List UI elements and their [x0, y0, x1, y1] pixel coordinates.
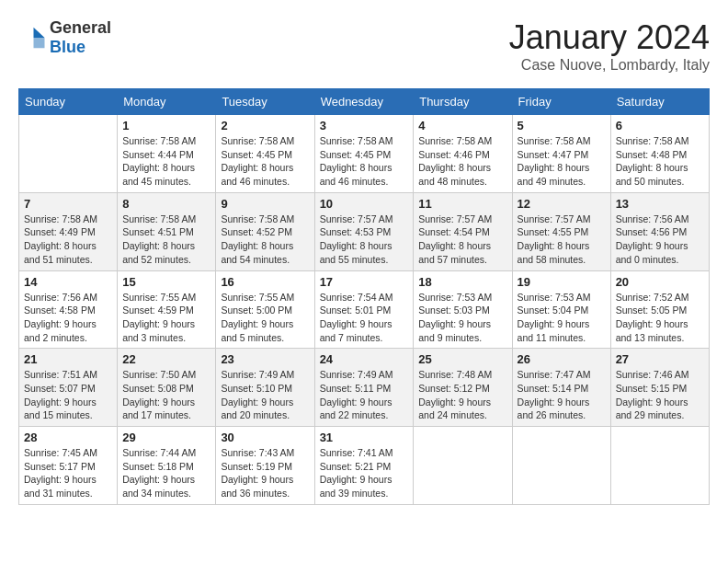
- day-number: 2: [221, 119, 309, 132]
- calendar-cell: [512, 427, 610, 505]
- day-number: 3: [320, 119, 409, 132]
- calendar-cell: [610, 427, 709, 505]
- calendar-cell: 1Sunrise: 7:58 AM Sunset: 4:44 PM Daylig…: [118, 115, 216, 193]
- day-number: 9: [221, 197, 309, 211]
- day-info: Sunrise: 7:58 AM Sunset: 4:47 PM Dayligh…: [518, 134, 606, 189]
- calendar-week-row: 7Sunrise: 7:58 AM Sunset: 4:49 PM Daylig…: [19, 192, 710, 270]
- day-number: 28: [24, 431, 112, 444]
- weekday-header: Monday: [118, 89, 216, 115]
- day-number: 11: [418, 197, 506, 211]
- day-info: Sunrise: 7:52 AM Sunset: 5:05 PM Dayligh…: [616, 291, 704, 345]
- day-info: Sunrise: 7:57 AM Sunset: 4:53 PM Dayligh…: [320, 213, 409, 267]
- day-info: Sunrise: 7:44 AM Sunset: 5:18 PM Dayligh…: [122, 446, 210, 500]
- day-info: Sunrise: 7:49 AM Sunset: 5:10 PM Dayligh…: [221, 368, 309, 422]
- calendar-cell: 20Sunrise: 7:52 AM Sunset: 5:05 PM Dayli…: [610, 270, 709, 349]
- day-info: Sunrise: 7:55 AM Sunset: 4:59 PM Dayligh…: [122, 291, 210, 345]
- day-info: Sunrise: 7:58 AM Sunset: 4:52 PM Dayligh…: [221, 213, 309, 267]
- logo-general: General: [50, 18, 111, 37]
- calendar-cell: 18Sunrise: 7:53 AM Sunset: 5:03 PM Dayli…: [414, 270, 512, 349]
- calendar-week-row: 21Sunrise: 7:51 AM Sunset: 5:07 PM Dayli…: [19, 349, 710, 427]
- calendar-cell: 23Sunrise: 7:49 AM Sunset: 5:10 PM Dayli…: [216, 349, 314, 427]
- day-info: Sunrise: 7:57 AM Sunset: 4:55 PM Dayligh…: [518, 213, 606, 267]
- day-number: 15: [122, 275, 210, 289]
- location-title: Case Nuove, Lombardy, Italy: [509, 57, 710, 74]
- weekday-header: Saturday: [610, 89, 709, 115]
- day-number: 6: [616, 119, 704, 132]
- logo: General Blue: [18, 18, 111, 57]
- month-title: January 2024: [509, 18, 710, 57]
- page-header: General Blue January 2024 Case Nuove, Lo…: [18, 18, 710, 74]
- calendar-cell: 7Sunrise: 7:58 AM Sunset: 4:49 PM Daylig…: [19, 192, 118, 270]
- day-info: Sunrise: 7:41 AM Sunset: 5:21 PM Dayligh…: [320, 446, 409, 500]
- svg-marker-0: [34, 28, 45, 38]
- calendar-cell: 26Sunrise: 7:47 AM Sunset: 5:14 PM Dayli…: [512, 349, 610, 427]
- calendar-cell: 29Sunrise: 7:44 AM Sunset: 5:18 PM Dayli…: [118, 427, 216, 505]
- calendar-cell: 3Sunrise: 7:58 AM Sunset: 4:45 PM Daylig…: [314, 115, 414, 193]
- day-number: 24: [320, 352, 409, 366]
- day-number: 23: [221, 352, 309, 366]
- calendar-week-row: 1Sunrise: 7:58 AM Sunset: 4:44 PM Daylig…: [19, 115, 710, 193]
- day-number: 30: [221, 431, 309, 444]
- day-info: Sunrise: 7:43 AM Sunset: 5:19 PM Dayligh…: [221, 446, 309, 500]
- title-area: January 2024 Case Nuove, Lombardy, Italy: [509, 18, 710, 74]
- calendar-week-row: 14Sunrise: 7:56 AM Sunset: 4:58 PM Dayli…: [19, 270, 710, 349]
- weekday-header: Tuesday: [216, 89, 314, 115]
- calendar-cell: 24Sunrise: 7:49 AM Sunset: 5:11 PM Dayli…: [314, 349, 414, 427]
- day-number: 21: [24, 352, 112, 366]
- day-info: Sunrise: 7:50 AM Sunset: 5:08 PM Dayligh…: [122, 368, 210, 422]
- calendar-cell: 15Sunrise: 7:55 AM Sunset: 4:59 PM Dayli…: [118, 270, 216, 349]
- day-number: 5: [518, 119, 606, 132]
- day-info: Sunrise: 7:49 AM Sunset: 5:11 PM Dayligh…: [320, 368, 409, 422]
- day-number: 22: [122, 352, 210, 366]
- day-info: Sunrise: 7:57 AM Sunset: 4:54 PM Dayligh…: [418, 213, 506, 267]
- calendar-week-row: 28Sunrise: 7:45 AM Sunset: 5:17 PM Dayli…: [19, 427, 710, 505]
- day-info: Sunrise: 7:51 AM Sunset: 5:07 PM Dayligh…: [24, 368, 112, 422]
- day-info: Sunrise: 7:58 AM Sunset: 4:49 PM Dayligh…: [24, 213, 112, 267]
- day-info: Sunrise: 7:53 AM Sunset: 5:04 PM Dayligh…: [518, 291, 606, 345]
- calendar-cell: 17Sunrise: 7:54 AM Sunset: 5:01 PM Dayli…: [314, 270, 414, 349]
- calendar-cell: 11Sunrise: 7:57 AM Sunset: 4:54 PM Dayli…: [414, 192, 512, 270]
- day-number: 29: [122, 431, 210, 444]
- day-info: Sunrise: 7:58 AM Sunset: 4:45 PM Dayligh…: [320, 134, 409, 189]
- logo-icon: [18, 24, 46, 52]
- day-info: Sunrise: 7:56 AM Sunset: 4:56 PM Dayligh…: [616, 213, 704, 267]
- day-number: 17: [320, 275, 409, 289]
- day-info: Sunrise: 7:48 AM Sunset: 5:12 PM Dayligh…: [418, 368, 506, 422]
- weekday-header-row: SundayMondayTuesdayWednesdayThursdayFrid…: [19, 89, 710, 115]
- day-number: 26: [518, 352, 606, 366]
- calendar-cell: [19, 115, 118, 193]
- calendar-cell: 16Sunrise: 7:55 AM Sunset: 5:00 PM Dayli…: [216, 270, 314, 349]
- svg-marker-1: [34, 38, 45, 48]
- day-number: 19: [518, 275, 606, 289]
- calendar-cell: 27Sunrise: 7:46 AM Sunset: 5:15 PM Dayli…: [610, 349, 709, 427]
- day-number: 10: [320, 197, 409, 211]
- calendar-cell: 31Sunrise: 7:41 AM Sunset: 5:21 PM Dayli…: [314, 427, 414, 505]
- calendar-cell: 10Sunrise: 7:57 AM Sunset: 4:53 PM Dayli…: [314, 192, 414, 270]
- logo-blue: Blue: [50, 38, 85, 56]
- day-number: 25: [418, 352, 506, 366]
- day-number: 14: [24, 275, 112, 289]
- day-info: Sunrise: 7:53 AM Sunset: 5:03 PM Dayligh…: [418, 291, 506, 345]
- calendar-cell: 22Sunrise: 7:50 AM Sunset: 5:08 PM Dayli…: [118, 349, 216, 427]
- calendar-cell: 4Sunrise: 7:58 AM Sunset: 4:46 PM Daylig…: [414, 115, 512, 193]
- day-number: 16: [221, 275, 309, 289]
- day-number: 27: [616, 352, 704, 366]
- calendar-cell: 13Sunrise: 7:56 AM Sunset: 4:56 PM Dayli…: [610, 192, 709, 270]
- weekday-header: Sunday: [19, 89, 118, 115]
- calendar-cell: 2Sunrise: 7:58 AM Sunset: 4:45 PM Daylig…: [216, 115, 314, 193]
- calendar-cell: 21Sunrise: 7:51 AM Sunset: 5:07 PM Dayli…: [19, 349, 118, 427]
- calendar-table: SundayMondayTuesdayWednesdayThursdayFrid…: [18, 88, 710, 505]
- calendar-cell: 8Sunrise: 7:58 AM Sunset: 4:51 PM Daylig…: [118, 192, 216, 270]
- day-number: 8: [122, 197, 210, 211]
- day-info: Sunrise: 7:45 AM Sunset: 5:17 PM Dayligh…: [24, 446, 112, 500]
- day-number: 4: [418, 119, 506, 132]
- weekday-header: Wednesday: [314, 89, 414, 115]
- day-info: Sunrise: 7:54 AM Sunset: 5:01 PM Dayligh…: [320, 291, 409, 345]
- calendar-cell: 30Sunrise: 7:43 AM Sunset: 5:19 PM Dayli…: [216, 427, 314, 505]
- day-number: 31: [320, 431, 409, 444]
- calendar-cell: 12Sunrise: 7:57 AM Sunset: 4:55 PM Dayli…: [512, 192, 610, 270]
- day-info: Sunrise: 7:55 AM Sunset: 5:00 PM Dayligh…: [221, 291, 309, 345]
- day-info: Sunrise: 7:46 AM Sunset: 5:15 PM Dayligh…: [616, 368, 704, 422]
- calendar-cell: 25Sunrise: 7:48 AM Sunset: 5:12 PM Dayli…: [414, 349, 512, 427]
- day-info: Sunrise: 7:58 AM Sunset: 4:45 PM Dayligh…: [221, 134, 309, 189]
